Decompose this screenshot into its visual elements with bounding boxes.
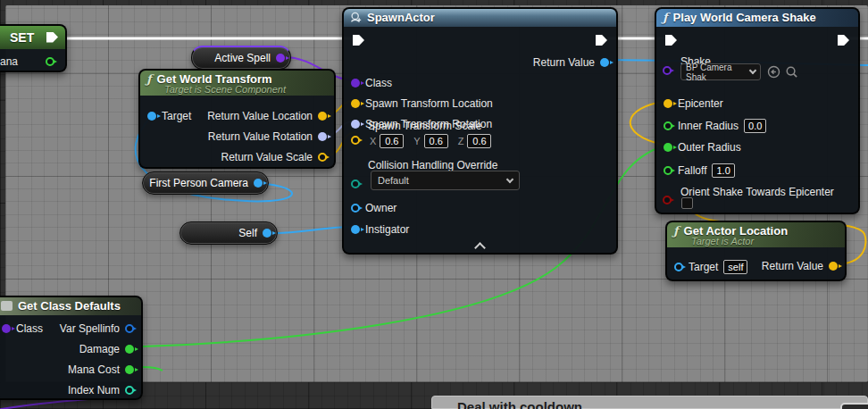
shake-dropdown[interactable]: BP Camera Shak bbox=[680, 63, 761, 80]
node-self[interactable]: Self bbox=[179, 221, 278, 245]
inner-radius-pin[interactable] bbox=[664, 121, 672, 130]
active-spell-pin[interactable] bbox=[276, 54, 285, 63]
node-spawn-actor[interactable]: SpawnActor Return Value Class Spawn Tran… bbox=[342, 7, 618, 255]
damage-pin[interactable] bbox=[125, 345, 134, 354]
axis-label-y: Y bbox=[413, 136, 420, 146]
outer-radius-pin[interactable] bbox=[664, 143, 672, 152]
pin-label: Collision Handling Override bbox=[368, 159, 497, 171]
return-value-location-pin[interactable] bbox=[318, 112, 327, 121]
pin-label: Falloff bbox=[678, 164, 706, 177]
variable-label: First Person Camera bbox=[149, 177, 248, 189]
function-icon: ƒ bbox=[146, 72, 152, 86]
node-first-person-camera[interactable]: First Person Camera bbox=[142, 171, 269, 195]
wire-purple-corner bbox=[0, 399, 88, 409]
spawn-actor-icon bbox=[350, 12, 362, 23]
node-subtitle: Target is Scene Component bbox=[164, 84, 327, 95]
node-title: Play World Camera Shake bbox=[673, 11, 816, 24]
pin-label: Outer Radius bbox=[678, 141, 741, 154]
pin-label: Class bbox=[365, 77, 392, 89]
partial-node bbox=[840, 403, 868, 409]
comment-title: Deal with cooldown bbox=[457, 399, 582, 409]
pin-label: Damage bbox=[79, 343, 120, 355]
pin-label: Target bbox=[689, 261, 718, 273]
self-pin[interactable] bbox=[263, 229, 271, 238]
inner-radius-input[interactable]: 0.0 bbox=[744, 119, 766, 133]
comment-cooldown[interactable]: Deal with cooldown bbox=[431, 396, 868, 409]
dropdown-value: BP Camera Shak bbox=[686, 63, 750, 82]
collision-handling-pin[interactable] bbox=[351, 179, 360, 188]
class-pin[interactable] bbox=[2, 324, 11, 333]
pin-label: Orient Shake Towards Epicenter bbox=[680, 186, 834, 198]
spawn-transform-rotation-pin[interactable] bbox=[351, 120, 360, 129]
return-value-pin[interactable] bbox=[600, 58, 609, 67]
return-value-pin[interactable] bbox=[829, 262, 838, 271]
search-icon[interactable] bbox=[785, 65, 798, 79]
axis-label-z: Z bbox=[458, 136, 464, 146]
function-icon: ƒ bbox=[663, 11, 668, 24]
pin-label: Return Value Scale bbox=[221, 151, 313, 163]
var-spellinfo-pin[interactable] bbox=[125, 324, 134, 333]
shake-pin[interactable] bbox=[663, 66, 672, 75]
return-value-rotation-pin[interactable] bbox=[318, 132, 327, 141]
collapse-chevron-icon[interactable] bbox=[476, 241, 485, 250]
browse-icon[interactable] bbox=[767, 65, 780, 79]
instigator-pin[interactable] bbox=[351, 225, 360, 234]
node-get-class-defaults[interactable]: Get Class Defaults Class Var Spellinfo D… bbox=[0, 296, 143, 400]
exec-out-pin[interactable] bbox=[596, 35, 607, 46]
node-get-actor-location[interactable]: ƒ Get Actor Location Target is Actor Tar… bbox=[665, 221, 847, 281]
chevron-down-icon bbox=[749, 67, 756, 74]
class-pin[interactable] bbox=[351, 79, 360, 88]
return-value-scale-pin[interactable] bbox=[318, 153, 327, 162]
pin-label: Target bbox=[162, 110, 191, 122]
scale-y-input[interactable]: 0.6 bbox=[424, 134, 448, 148]
pin-label: Epicenter bbox=[678, 97, 723, 110]
pin-label: Return Value bbox=[762, 260, 823, 272]
spawn-transform-location-pin[interactable] bbox=[351, 99, 360, 108]
blueprint-canvas[interactable]: SET ana Active Spell ƒ Get World Transfo… bbox=[0, 0, 868, 409]
node-title: Get Class Defaults bbox=[18, 299, 121, 313]
node-title: SET bbox=[10, 30, 34, 45]
epicenter-pin[interactable] bbox=[664, 99, 672, 108]
function-icon: ƒ bbox=[673, 224, 679, 238]
target-pin[interactable] bbox=[147, 112, 156, 121]
pin-label: Return Value Location bbox=[207, 110, 313, 122]
exec-in-pin[interactable] bbox=[665, 35, 677, 46]
exec-out-pin[interactable] bbox=[838, 35, 849, 46]
collision-handling-dropdown[interactable]: Default bbox=[371, 171, 520, 190]
node-set-mana[interactable]: SET ana bbox=[0, 24, 67, 72]
node-active-spell[interactable]: Active Spell bbox=[191, 46, 291, 70]
falloff-pin[interactable] bbox=[664, 166, 672, 175]
pin-label: Return Value bbox=[533, 56, 595, 69]
target-input[interactable]: self bbox=[723, 260, 747, 274]
exec-in-pin[interactable] bbox=[353, 35, 364, 46]
pin-label: Instigator bbox=[365, 223, 409, 236]
spawn-transform-scale-pin[interactable] bbox=[351, 136, 360, 145]
first-person-camera-pin[interactable] bbox=[254, 179, 263, 188]
exec-out-pin[interactable] bbox=[46, 32, 58, 43]
node-subtitle: Target is Actor bbox=[691, 236, 838, 246]
mana-pin[interactable] bbox=[46, 57, 54, 66]
orient-shake-checkbox[interactable] bbox=[681, 197, 693, 209]
pin-label: Var Spellinfo bbox=[60, 322, 120, 335]
index-num-pin[interactable] bbox=[125, 386, 134, 395]
scale-x-input[interactable]: 0.6 bbox=[380, 134, 404, 148]
falloff-input[interactable]: 1.0 bbox=[712, 163, 734, 178]
pin-label: Owner bbox=[365, 202, 396, 214]
class-icon bbox=[1, 301, 13, 311]
pin-label: Index Num bbox=[68, 384, 120, 396]
mana-cost-pin[interactable] bbox=[125, 365, 134, 374]
pin-label: Spawn Transform Location bbox=[365, 97, 493, 110]
chevron-down-icon bbox=[506, 175, 513, 182]
pin-label-mana: ana bbox=[0, 55, 18, 68]
pin-label: Inner Radius bbox=[678, 120, 739, 132]
orient-shake-pin[interactable] bbox=[663, 196, 672, 204]
node-get-world-transform[interactable]: ƒ Get World Transform Target is Scene Co… bbox=[138, 69, 336, 169]
pin-label: Spawn Transform Scale bbox=[368, 120, 481, 132]
owner-pin[interactable] bbox=[351, 204, 360, 213]
target-pin[interactable] bbox=[674, 263, 683, 271]
node-play-world-camera-shake[interactable]: ƒ Play World Camera Shake Shake BP Camer… bbox=[655, 7, 860, 214]
axis-label-x: X bbox=[370, 136, 376, 146]
pin-label: Mana Cost bbox=[68, 363, 120, 376]
pin-label: Return Value Rotation bbox=[208, 130, 313, 143]
scale-z-input[interactable]: 0.6 bbox=[467, 134, 491, 148]
